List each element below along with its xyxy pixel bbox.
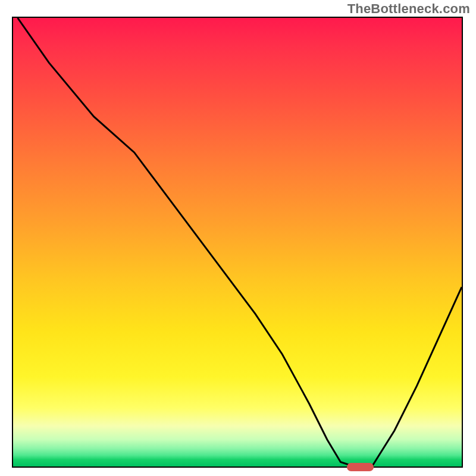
curve-path [18, 18, 462, 466]
chart-frame: TheBottleneck.com [0, 0, 476, 476]
optimal-range-marker [347, 463, 374, 471]
bottleneck-curve [13, 18, 462, 466]
watermark-text: TheBottleneck.com [347, 1, 470, 17]
plot-area [12, 17, 463, 468]
